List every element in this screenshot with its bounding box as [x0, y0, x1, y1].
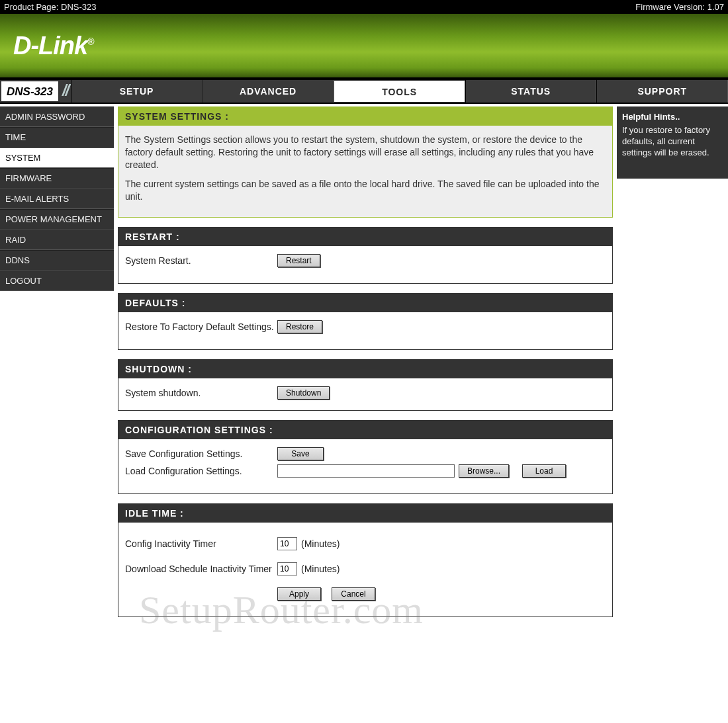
sidebar-item-raid[interactable]: RAID [0, 230, 114, 250]
cancel-button[interactable]: Cancel [332, 587, 375, 601]
nav-tabs: SETUPADVANCEDTOOLSSTATUSSUPPORT [71, 80, 728, 103]
sidebar-item-ddns[interactable]: DDNS [0, 250, 114, 271]
restore-button[interactable]: Restore [277, 320, 322, 333]
intro-box: SYSTEM SETTINGS : The System Settings se… [118, 106, 613, 218]
apply-button[interactable]: Apply [277, 587, 321, 601]
defaults-label: Restore To Factory Default Settings. [125, 321, 277, 332]
config-section: CONFIGURATION SETTINGS : Save Configurat… [118, 420, 613, 494]
schedule-timer-unit: (Minutes) [301, 564, 340, 574]
intro-title: SYSTEM SETTINGS : [118, 107, 612, 126]
nav-tab-tools[interactable]: TOOLS [334, 80, 465, 103]
slash-decoration: // [62, 80, 71, 103]
primary-nav: DNS-323 // SETUPADVANCEDTOOLSSTATUSSUPPO… [0, 80, 728, 104]
nav-tab-support[interactable]: SUPPORT [596, 80, 728, 103]
top-bar: Product Page: DNS-323 Firmware Version: … [0, 0, 728, 14]
nav-tab-advanced[interactable]: ADVANCED [203, 80, 334, 103]
shutdown-heading: SHUTDOWN : [118, 360, 612, 378]
idle-time-section: IDLE TIME : Config Inactivity Timer (Min… [118, 503, 613, 617]
shutdown-section: SHUTDOWN : System shutdown. Shutdown [118, 359, 613, 411]
load-config-label: Load Configuration Settings. [125, 466, 277, 476]
helpful-hints: Helpful Hints.. If you restore to factor… [617, 106, 728, 179]
nav-tab-setup[interactable]: SETUP [71, 80, 203, 103]
shutdown-button[interactable]: Shutdown [277, 386, 330, 400]
hints-title: Helpful Hints.. [622, 112, 723, 123]
sidebar: ADMIN PASSWORDTIMESYSTEMFIRMWAREE-MAIL A… [0, 106, 114, 291]
restart-button[interactable]: Restart [277, 254, 320, 267]
brand-banner: D-Link® [0, 14, 728, 80]
config-timer-label: Config Inactivity Timer [125, 538, 277, 549]
sidebar-item-power-management[interactable]: POWER MANAGEMENT [0, 209, 114, 230]
load-button[interactable]: Load [522, 464, 566, 478]
product-page-label: Product Page: DNS-323 [4, 2, 96, 12]
sidebar-item-e-mail-alerts[interactable]: E-MAIL ALERTS [0, 189, 114, 209]
browse-button[interactable]: Browse... [459, 464, 509, 478]
save-config-label: Save Configuration Settings. [125, 448, 277, 459]
config-timer-input[interactable] [277, 537, 297, 550]
sidebar-item-logout[interactable]: LOGOUT [0, 271, 114, 291]
schedule-timer-label: Download Schedule Inactivity Timer [125, 564, 277, 574]
restart-heading: RESTART : [118, 228, 612, 246]
restart-section: RESTART : System Restart. Restart [118, 227, 613, 284]
hints-text: If you restore to factory defaults, all … [622, 125, 723, 159]
save-button[interactable]: Save [277, 447, 324, 460]
sidebar-item-firmware[interactable]: FIRMWARE [0, 168, 114, 189]
sidebar-item-system[interactable]: SYSTEM [0, 148, 114, 168]
intro-paragraph-1: The System Settings section allows you t… [125, 134, 606, 171]
config-file-input[interactable] [277, 464, 455, 478]
sidebar-item-admin-password[interactable]: ADMIN PASSWORD [0, 106, 114, 127]
idle-heading: IDLE TIME : [118, 504, 612, 523]
registered-mark: ® [87, 36, 93, 47]
brand-logo: D-Link® [13, 32, 94, 60]
main-panel: SYSTEM SETTINGS : The System Settings se… [118, 106, 613, 617]
firmware-version-label: Firmware Version: 1.07 [635, 2, 724, 12]
intro-paragraph-2: The current system settings can be saved… [125, 178, 606, 203]
restart-label: System Restart. [125, 255, 277, 266]
schedule-timer-input[interactable] [277, 562, 297, 575]
defaults-heading: DEFAULTS : [118, 294, 612, 312]
config-heading: CONFIGURATION SETTINGS : [118, 421, 612, 439]
shutdown-label: System shutdown. [125, 388, 277, 398]
sidebar-item-time[interactable]: TIME [0, 127, 114, 148]
nav-tab-status[interactable]: STATUS [465, 80, 597, 103]
model-badge: DNS-323 [0, 80, 60, 103]
defaults-section: DEFAULTS : Restore To Factory Default Se… [118, 293, 613, 350]
config-timer-unit: (Minutes) [301, 538, 340, 549]
logo-text: D-Link [13, 32, 87, 60]
intro-body: The System Settings section allows you t… [118, 126, 612, 217]
